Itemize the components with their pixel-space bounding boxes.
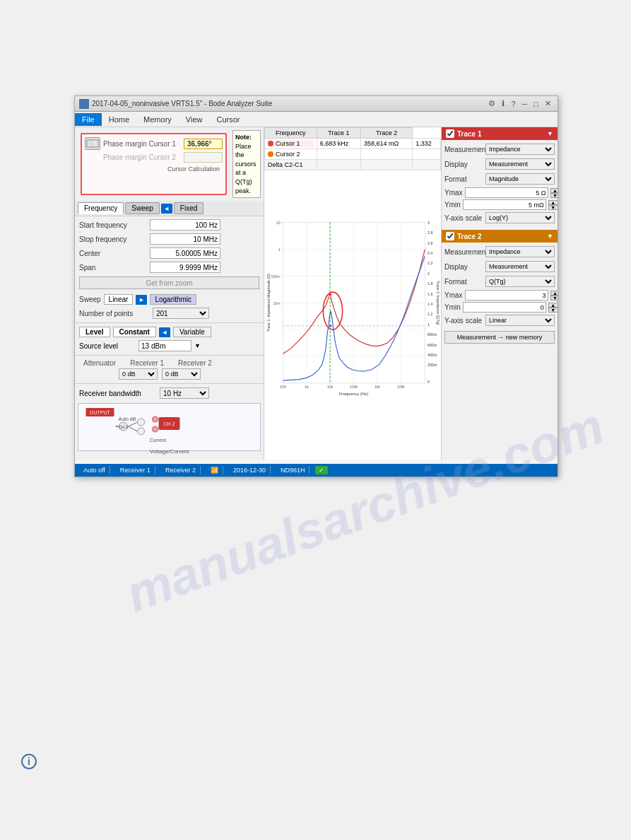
trace1-ymin-input[interactable] xyxy=(463,199,546,210)
menu-bar: File Home Memory View Cursor xyxy=(75,112,558,127)
freq-header: Frequency xyxy=(265,128,317,139)
trace1-display-select[interactable]: Measurement xyxy=(485,158,555,170)
content-area: Phase margin Cursor 1 Phase margin Curso… xyxy=(75,127,558,460)
info-icon-bottom[interactable]: i xyxy=(21,754,37,769)
gear-icon[interactable]: ⚙ xyxy=(486,99,497,108)
close-button[interactable]: ✕ xyxy=(543,99,553,108)
log-btn[interactable]: Logarithmic xyxy=(150,294,196,305)
trace2-yscale-label: Y-axis scale xyxy=(444,317,485,325)
bode-chart: 10 1 100m 10m 3 2.8 2.6 2.4 2.2 2 1.8 1.… xyxy=(264,170,441,467)
phase-margin-input-2[interactable] xyxy=(184,152,223,163)
trace2-ymin-down[interactable]: ▼ xyxy=(548,308,558,313)
trace2-measurement-label: Measurement xyxy=(444,248,485,256)
memory-btn[interactable]: Measurement → new memory xyxy=(444,331,555,344)
linear-btn[interactable]: Linear xyxy=(104,294,134,305)
note-text: Place the cursors at a Q(Tg) peak. xyxy=(235,142,258,196)
cursor2-row: Phase margin Cursor 2 xyxy=(85,152,223,163)
svg-text:10M: 10M xyxy=(397,385,404,389)
trace1-ymin-up[interactable]: ▲ xyxy=(548,200,558,205)
stop-freq-input[interactable] xyxy=(150,233,220,245)
menu-cursor[interactable]: Cursor xyxy=(209,113,247,126)
rec2-att-select[interactable]: 0 dB 20 dB xyxy=(162,368,201,380)
trace2-ymin-input[interactable] xyxy=(463,302,546,313)
cursor2-data-row: Cursor 2 xyxy=(265,149,441,160)
constant-tab[interactable]: Constant xyxy=(113,327,156,337)
trace1-format-select[interactable]: Magnitude xyxy=(485,173,555,185)
maximize-button[interactable]: □ xyxy=(531,100,541,108)
trace2-checkbox[interactable] xyxy=(446,232,454,240)
trace1-ymax-label: Ymax xyxy=(444,189,463,197)
points-select[interactable]: 201 101 401 xyxy=(153,308,209,319)
help-icon[interactable]: ? xyxy=(509,100,517,108)
tab-frequency[interactable]: Frequency xyxy=(78,202,124,214)
info-icon[interactable]: ℹ xyxy=(500,99,507,108)
svg-text:2: 2 xyxy=(427,272,430,276)
delta-t1-cell xyxy=(360,160,412,170)
cursor-calc-title: Cursor Calculation xyxy=(85,165,223,174)
trace2-format-select[interactable]: Q(Tg) xyxy=(485,276,555,287)
att-controls: 0 dB 20 dB 0 dB 20 dB xyxy=(79,368,259,380)
trace1-measurement-select[interactable]: Impedance xyxy=(485,144,555,155)
sweep-type-nav[interactable]: ► xyxy=(136,295,147,305)
start-freq-input[interactable] xyxy=(150,219,220,231)
trace2-yscale-select[interactable]: Linear Log(Y) xyxy=(485,315,555,326)
variable-tab[interactable]: Variable xyxy=(173,327,211,337)
source-input[interactable] xyxy=(138,340,191,351)
trace1-ymax-up[interactable]: ▲ xyxy=(550,188,558,193)
trace2-measurement-row: Measurement Impedance xyxy=(442,245,558,259)
start-freq-row: Start frequency xyxy=(79,218,259,231)
svg-text:CH 2: CH 2 xyxy=(164,421,175,426)
sweep-nav-arrow[interactable]: ◄ xyxy=(161,204,172,214)
svg-text:10k: 10k xyxy=(327,385,334,389)
menu-home[interactable]: Home xyxy=(102,113,136,126)
menu-view[interactable]: View xyxy=(179,113,210,126)
trace2-ymax-up[interactable]: ▲ xyxy=(550,291,558,296)
svg-text:100k: 100k xyxy=(350,385,358,389)
trace1-ymax-input[interactable] xyxy=(465,187,548,198)
svg-text:600m: 600m xyxy=(427,343,437,347)
tab-fixed[interactable]: Fixed xyxy=(174,202,204,214)
level-tab[interactable]: Level xyxy=(79,327,110,337)
level-row: Level Constant ◄ Variable xyxy=(75,325,264,339)
date-status: 2016-12-30 xyxy=(229,466,271,474)
note-area: Note: Place the cursors at a Q(Tg) peak. xyxy=(232,130,261,198)
menu-memory[interactable]: Memory xyxy=(136,113,179,126)
svg-text:200m: 200m xyxy=(427,363,437,367)
span-input[interactable] xyxy=(150,262,220,273)
center-row: Center xyxy=(79,247,259,259)
trace1-ymax-down[interactable]: ▼ xyxy=(550,193,558,198)
tab-sweep[interactable]: Sweep xyxy=(125,202,160,214)
get-from-zoom-btn[interactable]: Get from zoom xyxy=(79,276,259,289)
svg-text:Current: Current xyxy=(150,438,166,443)
svg-text:1: 1 xyxy=(278,247,281,252)
trace1-ymin-down[interactable]: ▼ xyxy=(548,205,558,210)
center-input[interactable] xyxy=(150,247,220,259)
trace2-display-label: Display xyxy=(444,263,485,271)
trace1-chevron[interactable]: ▼ xyxy=(547,130,553,137)
svg-line-9 xyxy=(129,422,138,426)
bw-select[interactable]: 10 Hz 100 Hz 1 kHz xyxy=(160,387,209,399)
trace2-ymax-down[interactable]: ▼ xyxy=(550,296,558,301)
svg-rect-1 xyxy=(88,141,94,146)
stop-freq-label: Stop frequency xyxy=(79,235,150,243)
svg-text:1.2: 1.2 xyxy=(427,312,432,316)
svg-point-15 xyxy=(153,416,158,422)
trace2-yscale-row: Y-axis scale Linear Log(Y) xyxy=(442,313,558,327)
trace1-checkbox[interactable] xyxy=(446,129,454,138)
source-spin-down[interactable]: ▼ xyxy=(194,342,201,349)
trace2-measurement-select[interactable]: Impedance xyxy=(485,246,555,257)
trace2-ymax-input[interactable] xyxy=(465,290,548,301)
minimize-button[interactable]: ─ xyxy=(520,100,530,108)
phase-margin-input-1[interactable] xyxy=(184,139,223,149)
svg-text:100: 100 xyxy=(280,385,286,389)
trace2-chevron[interactable]: ▼ xyxy=(547,233,553,240)
trace2-display-select[interactable]: Measurement xyxy=(485,261,555,272)
window-controls: ⚙ ℹ ? ─ □ ✕ xyxy=(486,99,553,108)
menu-file[interactable]: File xyxy=(75,113,102,126)
trace2-ymin-up[interactable]: ▲ xyxy=(548,303,558,308)
rec1-att-select[interactable]: 0 dB 20 dB xyxy=(119,368,158,380)
att-row: Attenuator Receiver 1 Receiver 2 0 dB 20… xyxy=(75,358,264,381)
trace1-yscale-select[interactable]: Log(Y) Linear xyxy=(485,212,555,223)
level-nav-arrow[interactable]: ◄ xyxy=(159,327,170,337)
svg-text:400m: 400m xyxy=(427,353,437,357)
